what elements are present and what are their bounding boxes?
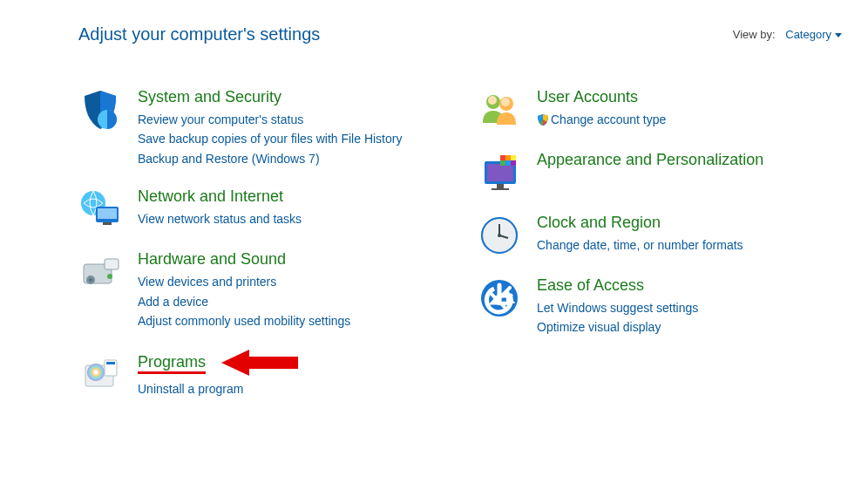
category-title-users[interactable]: User Accounts xyxy=(537,88,666,106)
view-by-dropdown[interactable]: Category xyxy=(785,28,842,41)
link-hardware-0[interactable]: View devices and printers xyxy=(138,272,350,291)
category-hardware: Hardware and SoundView devices and print… xyxy=(78,250,443,330)
users-icon[interactable] xyxy=(478,88,521,132)
page-title: Adjust your computer's settings xyxy=(78,24,320,44)
category-title-network[interactable]: Network and Internet xyxy=(138,187,302,206)
category-programs: ProgramsUninstall a program xyxy=(78,350,443,398)
chevron-down-icon xyxy=(835,33,842,37)
category-shield: System and SecurityReview your computer'… xyxy=(78,88,443,168)
shield-icon[interactable] xyxy=(78,88,122,132)
category-title-clock[interactable]: Clock and Region xyxy=(537,214,743,232)
category-title-hardware[interactable]: Hardware and Sound xyxy=(138,250,350,269)
network-icon[interactable] xyxy=(78,187,122,231)
link-hardware-1[interactable]: Add a device xyxy=(138,292,350,311)
category-title-shield[interactable]: System and Security xyxy=(138,88,402,106)
category-title-ease[interactable]: Ease of Access xyxy=(537,276,698,295)
category-title-appearance[interactable]: Appearance and Personalization xyxy=(537,151,763,169)
category-title-programs[interactable]: Programs xyxy=(138,350,300,376)
link-ease-1[interactable]: Optimize visual display xyxy=(537,317,698,337)
view-by-label: View by: xyxy=(733,28,776,41)
hardware-icon[interactable] xyxy=(78,250,122,294)
view-by: View by: Category xyxy=(733,28,842,41)
programs-icon[interactable] xyxy=(78,350,122,393)
link-ease-0[interactable]: Let Windows suggest settings xyxy=(537,298,698,317)
link-shield-2[interactable]: Backup and Restore (Windows 7) xyxy=(138,149,402,168)
link-clock-0[interactable]: Change date, time, or number formats xyxy=(537,235,743,255)
ease-icon[interactable] xyxy=(478,276,521,320)
category-network: Network and InternetView network status … xyxy=(78,187,443,231)
category-clock: Clock and RegionChange date, time, or nu… xyxy=(478,214,842,257)
link-shield-0[interactable]: Review your computer's status xyxy=(138,110,402,129)
uac-shield-icon xyxy=(537,113,549,126)
clock-icon[interactable] xyxy=(478,214,521,257)
link-shield-1[interactable]: Save backup copies of your files with Fi… xyxy=(138,129,402,148)
highlight-arrow-icon xyxy=(221,350,300,376)
category-users: User AccountsChange account type xyxy=(478,88,842,132)
appearance-icon[interactable] xyxy=(478,151,521,194)
link-users-0[interactable]: Change account type xyxy=(551,112,666,126)
link-programs-0[interactable]: Uninstall a program xyxy=(138,379,300,398)
link-hardware-2[interactable]: Adjust commonly used mobility settings xyxy=(138,311,350,330)
link-network-0[interactable]: View network status and tasks xyxy=(138,209,302,228)
category-appearance: Appearance and Personalization xyxy=(478,151,842,194)
category-ease: Ease of AccessLet Windows suggest settin… xyxy=(478,276,842,337)
